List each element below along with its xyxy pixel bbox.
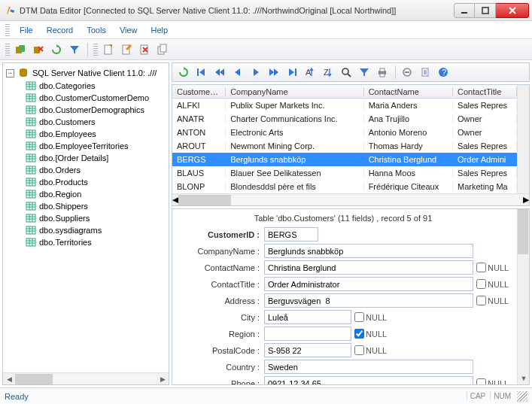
delete-record-button[interactable] [136, 41, 153, 58]
copy-record-button[interactable] [154, 41, 171, 58]
find-button[interactable] [338, 64, 354, 80]
tree-item[interactable]: dbo.Categories [5, 80, 167, 92]
grid-filter-button[interactable] [356, 64, 372, 80]
close-button[interactable] [496, 3, 529, 18]
col-contactname[interactable]: ContactName [364, 87, 453, 96]
svg-rect-17 [26, 142, 35, 150]
tree-item[interactable]: dbo.sysdiagrams [5, 224, 167, 236]
connect-button[interactable] [12, 41, 29, 58]
maximize-button[interactable] [475, 3, 496, 18]
cap-indicator: CAP [467, 392, 489, 400]
table-row[interactable]: AROUTNewmont Mining Corp.Thomas HardySal… [172, 139, 517, 153]
table-row[interactable]: ALFKIPublix Super Markets Inc.Maria Ande… [172, 99, 517, 112]
refresh-button[interactable] [48, 41, 65, 58]
database-icon [17, 67, 29, 79]
disconnect-button[interactable] [30, 41, 47, 58]
tree-item[interactable]: dbo.Region [5, 188, 167, 200]
tree-item-label: dbo.sysdiagrams [39, 226, 102, 235]
table-row[interactable]: BERGSBerglunds snabbköpChristina Berglun… [172, 153, 517, 166]
record-pane: Table 'dbo.Customers' (11 fields) , reco… [172, 208, 530, 385]
menu-help[interactable]: Help [145, 24, 175, 36]
tree-item[interactable]: dbo.CustomerDemographics [5, 104, 167, 116]
filter-button[interactable] [66, 41, 83, 58]
next-record-button[interactable] [248, 64, 264, 80]
menu-record[interactable]: Record [41, 24, 79, 36]
tree-item[interactable]: dbo.Shippers [5, 200, 167, 212]
col-contacttitle[interactable]: ContactTitle [453, 87, 517, 96]
menu-file[interactable]: File [14, 24, 39, 36]
null-checkbox[interactable]: NULL [476, 378, 509, 384]
prev-page-button[interactable] [211, 64, 228, 80]
options-button[interactable] [417, 64, 433, 80]
field-label: ContactName : [174, 263, 264, 272]
tree-root[interactable]: − SQL Server Native Client 11.0: ./// [5, 66, 167, 80]
tree-item[interactable]: dbo.Suppliers [5, 212, 167, 224]
tree-item[interactable]: dbo.Customers [5, 116, 167, 128]
new-record-button[interactable] [100, 41, 117, 58]
field-input[interactable] [264, 277, 473, 291]
field-input[interactable] [264, 310, 351, 324]
last-record-button[interactable] [284, 64, 300, 80]
field-input[interactable] [264, 227, 318, 241]
record-vscroll[interactable]: ▼ [517, 209, 529, 384]
null-checkbox[interactable]: NULL [476, 279, 509, 289]
minimize-button[interactable] [454, 3, 475, 18]
tree-item[interactable]: dbo.EmployeeTerritories [5, 140, 167, 152]
num-indicator: NUM [490, 392, 514, 400]
grid-refresh-button[interactable] [175, 64, 192, 80]
null-checkbox[interactable]: NULL [476, 263, 509, 272]
next-page-button[interactable] [266, 64, 282, 80]
grid-hscroll[interactable]: ◀▶ [172, 193, 529, 205]
tree-hscroll[interactable]: ◀▶ [3, 372, 169, 384]
null-checkbox[interactable]: NULL [354, 329, 387, 339]
field-input[interactable] [264, 260, 473, 275]
null-checkbox[interactable]: NULL [476, 296, 509, 305]
col-customerid[interactable]: CustomerID [172, 87, 226, 96]
tree-item[interactable]: dbo.Territories [5, 236, 167, 248]
cell: ANTON [172, 128, 226, 137]
tree-item[interactable]: dbo.Orders [5, 164, 167, 176]
print-button[interactable] [374, 64, 391, 80]
sort-desc-button[interactable]: Z [320, 64, 336, 80]
help-button[interactable]: ? [435, 64, 451, 80]
tree-item[interactable]: dbo.Products [5, 176, 167, 188]
toolbar-grip-2[interactable] [93, 44, 98, 56]
record-field: Region :NULL [174, 327, 512, 341]
table-icon [26, 93, 36, 103]
table-row[interactable]: BLONPBlondesddsl père et filsFrédérique … [172, 180, 517, 193]
resize-grip[interactable] [517, 391, 527, 402]
field-input[interactable] [264, 360, 473, 374]
cell: Christina Berglund [364, 155, 453, 164]
tree-item-label: dbo.Categories [39, 81, 96, 90]
null-checkbox[interactable]: NULL [354, 312, 387, 322]
cell: ANATR [172, 114, 226, 123]
stop-button[interactable] [399, 64, 415, 80]
edit-record-button[interactable] [118, 41, 135, 58]
col-companyname[interactable]: CompanyName [226, 87, 363, 96]
table-row[interactable]: ANATRCharter Communications Inc.Ana Truj… [172, 112, 517, 126]
menu-tools[interactable]: Tools [81, 24, 112, 36]
tree-item[interactable]: dbo.[Order Details] [5, 152, 167, 164]
toolbar-grip[interactable] [5, 44, 10, 56]
table-row[interactable]: BLAUSBlauer See DelikatessenHanna MoosSa… [172, 166, 517, 180]
table-row[interactable]: ANTONElectronic ArtsAntonio MorenoOwner [172, 126, 517, 139]
field-input[interactable] [264, 293, 473, 308]
collapse-icon[interactable]: − [6, 69, 14, 77]
table-icon [26, 141, 36, 151]
field-input[interactable] [264, 376, 473, 384]
tree-item[interactable]: dbo.Employees [5, 128, 167, 140]
first-record-button[interactable] [193, 64, 210, 80]
menubar-grip[interactable] [5, 24, 10, 36]
prev-record-button[interactable] [230, 64, 246, 80]
null-checkbox[interactable]: NULL [354, 345, 387, 355]
cell: BERGS [172, 155, 226, 164]
svg-rect-27 [295, 68, 296, 76]
grid-vscroll[interactable] [517, 85, 529, 193]
field-input[interactable] [264, 327, 351, 341]
menu-view[interactable]: View [114, 24, 144, 36]
cell: Publix Super Markets Inc. [226, 101, 363, 110]
tree-item[interactable]: dbo.CustomerCustomerDemo [5, 92, 167, 104]
field-input[interactable] [264, 343, 351, 357]
field-input[interactable] [264, 244, 473, 258]
sort-asc-button[interactable]: A [302, 64, 318, 80]
